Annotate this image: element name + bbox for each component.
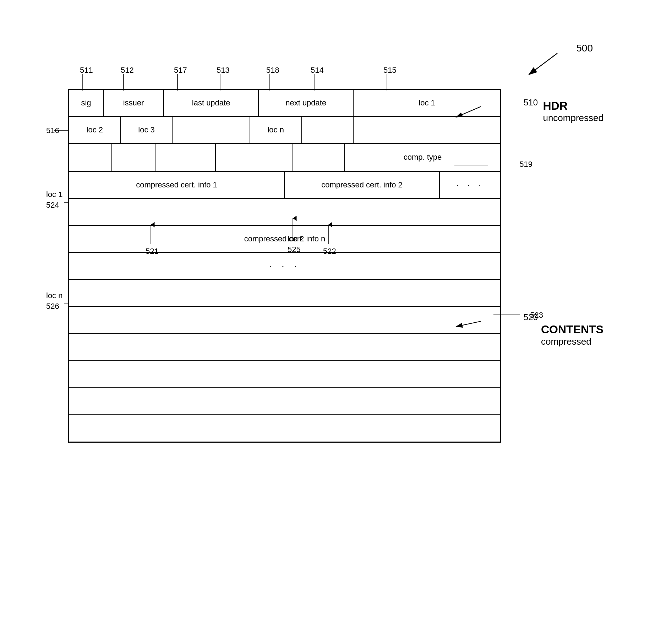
contents-label-text: CONTENTS	[541, 323, 603, 336]
cell-cert-info-1: compressed cert. info 1	[69, 172, 285, 198]
contents-row-e1	[69, 280, 500, 307]
cell-sig: sig	[69, 90, 104, 116]
loc2-label-contents: loc 2	[288, 234, 304, 244]
arrow-519	[490, 160, 532, 174]
cell-loc3: loc 3	[121, 117, 173, 143]
cell-issuer: issuer	[104, 90, 164, 116]
contents-row-cert12: compressed cert. info 1 compressed cert.…	[69, 172, 500, 199]
cell-empty-r2-3	[354, 117, 500, 143]
arrow-500-svg	[522, 43, 593, 71]
cell-e3	[155, 144, 216, 171]
cell-e5	[293, 144, 345, 171]
contents-row-e4	[69, 361, 500, 388]
arrow-525	[288, 243, 309, 261]
hdr-row1: sig issuer last update next update loc 1	[69, 90, 500, 117]
cell-e1	[69, 144, 112, 171]
cell-last-update: last update	[164, 90, 259, 116]
cell-e2	[112, 144, 155, 171]
arrow-526	[46, 300, 75, 311]
hdr-row3: comp. type	[69, 144, 500, 171]
cell-loc2-r2: loc 2	[69, 117, 121, 143]
contents-row-empty1	[69, 199, 500, 226]
hdr-sub-text: uncompressed	[543, 113, 603, 124]
cell-dots-row1: · · ·	[440, 172, 500, 198]
contents-row-e3	[69, 334, 500, 361]
arrow-523	[522, 311, 543, 321]
contents-row-e6	[69, 415, 500, 442]
locn-label: loc n	[46, 291, 62, 300]
contents-row-certn: compressed cert. info n	[69, 226, 500, 253]
cell-comp-type: comp. type	[345, 144, 500, 171]
cell-locn: loc n	[250, 117, 302, 143]
arrow-524	[46, 199, 75, 209]
cell-empty-r2-2	[302, 117, 354, 143]
contents-row-e5	[69, 388, 500, 415]
hdr-label-text: HDR	[543, 99, 603, 113]
contents-row-dots: · · ·	[69, 253, 500, 280]
arrow-521	[146, 244, 167, 262]
arrow-522	[323, 244, 344, 262]
loc1-label: loc 1	[46, 190, 62, 199]
cell-next-update: next update	[259, 90, 354, 116]
hdr-section: sig issuer last update next update loc 1	[69, 90, 500, 172]
cell-e4	[216, 144, 294, 171]
cell-loc1: loc 1	[354, 90, 500, 116]
diagram-container: 500 HDR uncompressed 510 CONTENTS compre…	[46, 43, 614, 593]
main-box: sig issuer last update next update loc 1	[68, 89, 501, 443]
contents-row-e2	[69, 307, 500, 334]
cell-cert-info-2: compressed cert. info 2	[285, 172, 440, 198]
hdr-label: HDR uncompressed	[543, 99, 603, 124]
contents-label: CONTENTS compressed	[541, 323, 603, 347]
cell-empty-r2-1	[173, 117, 250, 143]
hdr-row2: loc 2 loc 3 loc n	[69, 117, 500, 144]
contents-sub-text: compressed	[541, 336, 603, 347]
